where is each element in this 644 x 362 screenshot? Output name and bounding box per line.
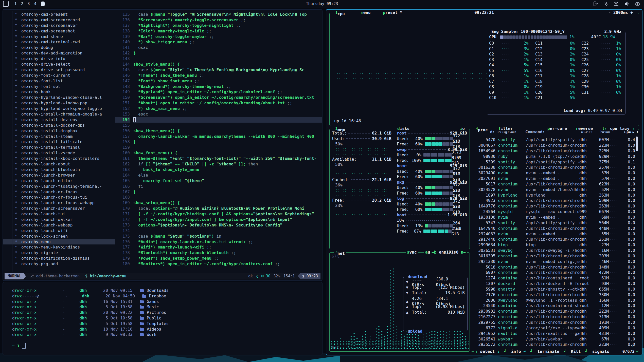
proc-action-kill[interactable]: Kill	[571, 349, 581, 354]
file-tree-item[interactable]: *omarchy-cmd-terminal-cwd	[3, 39, 115, 45]
process-row[interactable]: 3026531swaybg/usr/bin/swaybg -i /homdhh1…	[472, 248, 635, 253]
file-tree-item[interactable]: *omarchy-cmd-share	[3, 34, 115, 40]
process-row[interactable]: 2999634btopbtopdhh27M0.0	[472, 242, 635, 248]
file-tree-item[interactable]: *omarchy-pkg-add	[3, 261, 115, 267]
process-row[interactable]: 3024578nvimnvim --embed /home/dhh/dhh52M…	[472, 187, 635, 193]
shell-prompt[interactable]: ~❯	[12, 343, 322, 349]
file-tree-item[interactable]: *omarchy-launch-about	[3, 161, 115, 167]
filter-button[interactable]: filter	[497, 126, 514, 131]
file-tree-item[interactable]: *omarchy-migrate	[3, 250, 115, 256]
logout-icon[interactable]	[594, 2, 599, 6]
process-row[interactable]: 24564mysqldmysqld --max-connection999667…	[472, 209, 635, 215]
process-row[interactable]: 4923chromium/usr/lib/chromium/chromdhh59…	[472, 198, 635, 203]
process-row[interactable]: 5343spotify/opt/spotify/spotifydhh564M0.…	[472, 220, 635, 226]
cpu-icon[interactable]	[635, 2, 640, 6]
process-row[interactable]: 2941052nautilus/usr/bin/nautilus --gapdh…	[472, 331, 635, 336]
process-row[interactable]: 1274containe/usr/bin/containerdroot61M0.…	[472, 275, 635, 281]
file-tree-item[interactable]: *omarchy-font-list	[3, 78, 115, 84]
preset-button[interactable]: preset *	[382, 10, 404, 15]
file-tree-item[interactable]: *omarchy-launch-wifi	[3, 228, 115, 234]
file-tree-item[interactable]: *omarchy-font-set	[3, 84, 115, 89]
net-interface[interactable]: ←b enp191s0 n→	[430, 250, 467, 255]
file-tree-item[interactable]: *omarchy-install-vscode	[3, 150, 115, 156]
proc-action-terminate[interactable]: terminate	[537, 349, 559, 354]
process-row[interactable]: 3016338chromium/usr/lib/chromium/chromdh…	[472, 165, 635, 170]
file-tree-item[interactable]: *omarchy-menu	[3, 239, 115, 245]
menu-button[interactable]: menu	[360, 10, 372, 15]
process-row[interactable]: 1930108nvimnvim --embed .dhh69M0.0	[472, 215, 635, 220]
process-row[interactable]: 5998ghostty/usr/bin/ghostty --gtk-dhh655…	[472, 287, 635, 292]
file-tree-item[interactable]: *omarchy-menu-keybindings	[3, 244, 115, 250]
process-row[interactable]: 2924063nvimnvim --embed .dhh55M0.0	[472, 231, 635, 237]
volume-icon[interactable]	[624, 2, 630, 6]
file-tree-item[interactable]: *omarchy-launch-or-focus	[3, 189, 115, 195]
process-row[interactable]: 1897HyprlandHyprlanddhh363M0.0	[472, 192, 635, 198]
process-row[interactable]: 6907chromium/usr/lib/chromium/chromdhh47…	[472, 270, 635, 275]
reverse-button[interactable]: reverse	[575, 126, 594, 131]
file-tree-item[interactable]: *omarchy-hyprland-window-close-all	[3, 95, 115, 100]
file-tree-item[interactable]: *omarchy-launch-browser	[3, 173, 115, 178]
file-tree-item[interactable]: *omarchy-hyprland-window-pop	[3, 100, 115, 106]
file-tree-item[interactable]: *omarchy-launch-editor	[3, 178, 115, 184]
sort-selector[interactable]: ← cpu lazy →	[604, 126, 636, 131]
process-row[interactable]: 3027691nvimnvim --embed .dhh57M0.0	[472, 176, 635, 181]
process-row[interactable]: 3004667chromium/usr/lib/chromium/chromdh…	[472, 143, 635, 148]
process-row[interactable]: 7176chromium/usr/lib/chromium/chromdhh33…	[472, 292, 635, 298]
process-row[interactable]: 3016305chromium/usr/lib/chromium/chromdh…	[472, 253, 635, 259]
process-row[interactable]: 2006XwaylandXwayland :1 -rootless -dhh16…	[472, 297, 635, 303]
file-tree-item[interactable]: *omarchy-drive-info	[3, 56, 115, 62]
file-tree-item[interactable]: *omarchy-dev-add-migration	[3, 50, 115, 56]
file-tree-item[interactable]: *omarchy-launch-floating-terminal-	[3, 184, 115, 189]
file-tree-item[interactable]: *omarchy-launch-walker	[3, 217, 115, 222]
scroll-down-icon[interactable]: ↓	[632, 342, 634, 348]
file-tree-item[interactable]: *omarchy-install-dev-env	[3, 117, 115, 123]
process-row[interactable]: 1307dockerd/usr/bin/dockerd -H fd:root93…	[472, 281, 635, 287]
file-tree-item[interactable]: *omarchy-lock-screen	[3, 234, 115, 239]
process-row[interactable]: 2930982chromium/usr/lib/chromium/chromdh…	[472, 309, 635, 314]
file-tree-item[interactable]: *omarchy-cmd-screenshot	[3, 28, 115, 34]
process-row[interactable]: 2167277chromium/usr/lib/chromium/chromdh…	[472, 314, 635, 320]
proc-action-signals[interactable]: signals	[592, 349, 609, 354]
bluetooth-icon[interactable]	[604, 1, 608, 6]
file-tree-item[interactable]: *omarchy-hyprland-workspace-toggle	[3, 106, 115, 111]
file-tree-item[interactable]: *omarchy-install-terminal	[3, 145, 115, 150]
file-tree-item[interactable]: *omarchy-install-xbox-controllers	[3, 156, 115, 161]
sync-button[interactable]: sync	[406, 250, 418, 255]
file-tree-item[interactable]: *omarchy-install-tailscale	[3, 139, 115, 145]
cpu-box-title[interactable]: 1cpu	[334, 10, 346, 17]
file-tree-item[interactable]: *omarchy-launch-or-focus-tui	[3, 195, 115, 200]
proc-box-title[interactable]: 4proc	[475, 126, 489, 133]
update-interval[interactable]: - 2000ms +	[607, 10, 634, 15]
proc-action-info[interactable]: info ⏎	[511, 349, 526, 354]
process-row[interactable]: 24540containe/usr/bin/containerd-shiroot…	[472, 303, 635, 309]
network-icon[interactable]	[613, 2, 619, 6]
process-row[interactable]: 5470spotify/opt/spotify/spotify --dhh607…	[472, 137, 635, 143]
process-row[interactable]: 1654946chromium/usr/lib/chromium/chromdh…	[472, 148, 635, 154]
process-row[interactable]: 2929755chromium/usr/lib/chromium/chromdh…	[472, 320, 635, 325]
file-tree-item[interactable]: *omarchy-font-current	[3, 73, 115, 78]
file-tree-item[interactable]: *omarchy-drive-select	[3, 62, 115, 67]
process-row[interactable]: 5018chromium/usr/lib/chromium/chromdhh14…	[472, 264, 635, 270]
file-tree-item[interactable]: *omarchy-install-chromium-google-a	[3, 111, 115, 117]
file-tree-item[interactable]: *omarchy-cmd-screenrecord	[3, 17, 115, 23]
file-tree-item[interactable]: *omarchy-launch-or-focus-webapp	[3, 200, 115, 206]
file-tree-item[interactable]: *omarchy-launch-screensaver	[3, 206, 115, 211]
file-tree-item[interactable]: *omarchy-install-steam	[3, 134, 115, 139]
file-tree-item[interactable]: *omarchy-install-dropbox	[3, 128, 115, 134]
file-tree-item[interactable]: *omarchy-debug	[3, 45, 115, 50]
file-tree-item[interactable]: *omarchy-launch-tui	[3, 211, 115, 217]
file-tree-item[interactable]: *omarchy-launch-bluetooth	[3, 167, 115, 173]
process-row[interactable]: 2935572chromium/usr/lib/chromium/chromdh…	[472, 342, 635, 347]
per-core-button[interactable]: per-core	[546, 126, 568, 131]
process-row[interactable]: 1647940chromium/usr/lib/chromium/chromdh…	[472, 226, 635, 231]
file-tree-item[interactable]: *omarchy-install-docker-dbs	[3, 123, 115, 128]
process-row[interactable]: 1649776chromium/usr/lib/chromium/chromdh…	[472, 203, 635, 209]
process-row[interactable]: 2921330nvimnvim --embed config.jsodhh46M…	[472, 259, 635, 264]
file-tree-item[interactable]: *omarchy-cmd-present	[3, 12, 115, 17]
code-pane[interactable]: case $(menu "Toggle" "▣ Screensaver\n☀ N…	[130, 11, 322, 272]
file-tree-item[interactable]: *omarchy-notification-dismiss	[3, 256, 115, 261]
process-row[interactable]: 98930rubypuma 7.1.0 (tcp://localdhh929M0…	[472, 154, 635, 159]
file-tree-item[interactable]: *omarchy-launch-webapp	[3, 222, 115, 228]
process-row[interactable]: 3029490nvimnvim --embed .dhh57M0.0	[472, 170, 635, 176]
process-row[interactable]: 6772signal-d/proc/self/exe --type=rdhh40…	[472, 325, 635, 331]
